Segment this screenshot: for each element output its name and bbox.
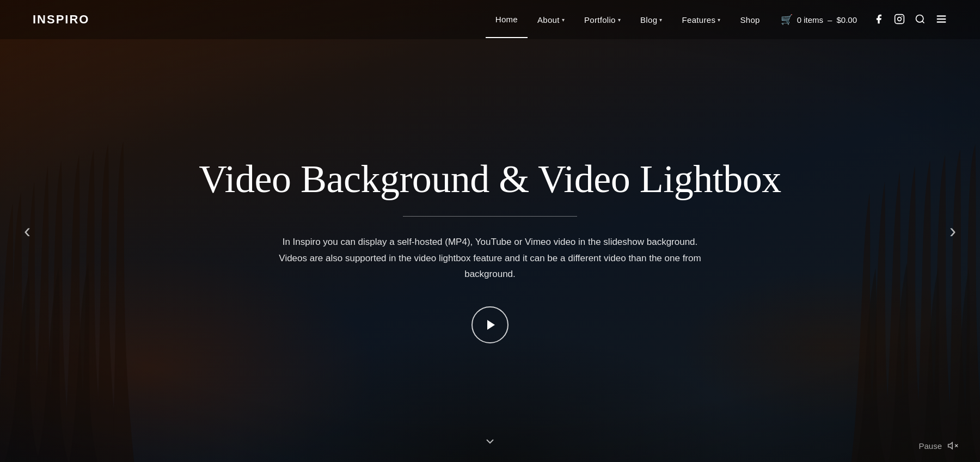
hero-content: Video Background & Video Lightbox In Ins… (0, 39, 980, 462)
pause-label[interactable]: Pause (918, 441, 942, 451)
search-icon[interactable] (915, 14, 926, 26)
nav-link-shop[interactable]: Shop (731, 2, 770, 38)
nav-social-icons (873, 13, 947, 27)
mute-button[interactable] (947, 440, 958, 451)
cart-separator: – (828, 15, 832, 24)
nav-item-features[interactable]: Features ▾ (672, 2, 731, 38)
menu-icon[interactable] (935, 13, 947, 27)
slide-next-button[interactable]: › (936, 215, 969, 248)
main-nav: INSPIRO Home About ▾ Portfolio ▾ (0, 0, 980, 39)
slide-prev-button[interactable]: ‹ (11, 215, 44, 248)
nav-item-blog[interactable]: Blog ▾ (630, 2, 672, 38)
scroll-down-button[interactable] (483, 435, 497, 451)
nav-link-about[interactable]: About ▾ (528, 2, 574, 38)
nav-item-about[interactable]: About ▾ (528, 2, 574, 38)
cart-items: 0 items (797, 15, 823, 24)
hero-title: Video Background & Video Lightbox (199, 158, 781, 201)
portfolio-chevron-icon: ▾ (618, 17, 621, 23)
svg-marker-9 (948, 442, 953, 449)
nav-link-portfolio[interactable]: Portfolio ▾ (574, 2, 630, 38)
site-logo[interactable]: INSPIRO (33, 13, 89, 27)
nav-link-home[interactable]: Home (486, 2, 528, 38)
hero-section: INSPIRO Home About ▾ Portfolio ▾ (0, 0, 980, 462)
pause-mute-wrapper: Pause (918, 440, 958, 451)
chevron-down-icon (483, 435, 497, 448)
hero-divider (403, 216, 577, 217)
hero-description: In Inspiro you can display a self-hosted… (278, 234, 702, 282)
svg-point-3 (916, 15, 923, 22)
features-chevron-icon: ▾ (718, 17, 720, 23)
svg-point-2 (902, 16, 903, 17)
about-chevron-icon: ▾ (562, 17, 565, 23)
nav-item-home[interactable]: Home (486, 2, 528, 38)
pause-mute-controls: Pause (490, 440, 958, 451)
cart-widget[interactable]: 🛒 0 items – $0.00 (781, 14, 857, 26)
facebook-icon[interactable] (873, 14, 884, 26)
nav-item-portfolio[interactable]: Portfolio ▾ (574, 2, 630, 38)
cart-icon: 🛒 (781, 14, 793, 26)
nav-link-features[interactable]: Features ▾ (672, 2, 731, 38)
hero-bottom-controls: Pause (0, 440, 980, 462)
svg-point-1 (898, 17, 902, 21)
play-video-button[interactable] (471, 306, 509, 343)
svg-marker-8 (487, 320, 495, 330)
nav-link-blog[interactable]: Blog ▾ (630, 2, 672, 38)
svg-rect-0 (895, 14, 904, 23)
play-icon (485, 318, 498, 331)
blog-chevron-icon: ▾ (659, 17, 662, 23)
instagram-icon[interactable] (894, 14, 905, 26)
cart-total: $0.00 (836, 15, 857, 24)
speaker-icon (947, 440, 958, 451)
nav-item-shop[interactable]: Shop (731, 2, 770, 38)
nav-links: Home About ▾ Portfolio ▾ Blog ▾ (486, 2, 770, 38)
svg-line-4 (922, 21, 924, 23)
